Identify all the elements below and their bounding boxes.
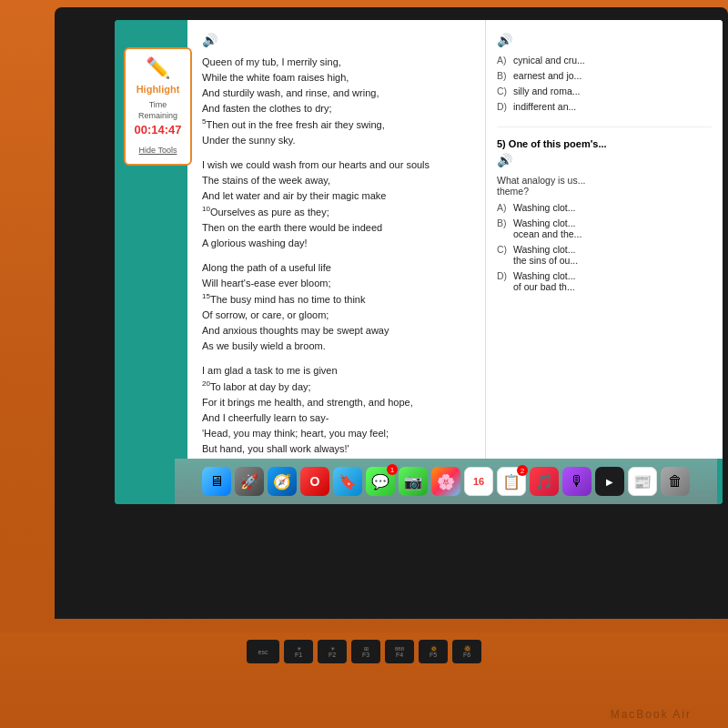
- screen: ✏️ Highlight TimeRemaining 00:14:47 Hide…: [115, 20, 723, 504]
- q5-answer-D[interactable]: D) Washing clot...of our bad th...: [497, 270, 712, 292]
- dock-podcasts[interactable]: 🎙: [562, 467, 592, 496]
- macbook-label: MacBook Air: [611, 708, 692, 721]
- audio-icon-poem[interactable]: 🔊: [202, 33, 470, 47]
- question-5: 5) One of this poem's... 🔊 What analogy …: [497, 126, 712, 292]
- answer-B[interactable]: B) earnest and jo...: [497, 70, 712, 81]
- dock-safari[interactable]: 🧭: [268, 467, 297, 496]
- poem-pane: 🔊 Queen of my tub, I merrily sing, While…: [187, 20, 486, 459]
- dock-music[interactable]: 🎵: [530, 467, 559, 496]
- time-remaining-label: TimeRemaining: [131, 100, 185, 121]
- stanza-3: Along the path of a useful life Will hea…: [202, 260, 470, 354]
- key-esc[interactable]: esc: [247, 640, 279, 663]
- highlight-icon: ✏️: [131, 56, 185, 80]
- q5-answer-C[interactable]: C) Washing clot...the sins of ou...: [497, 244, 712, 266]
- highlight-label[interactable]: Highlight: [131, 84, 185, 95]
- reminders-badge: 2: [517, 465, 528, 476]
- dock-app1[interactable]: 🔖: [333, 467, 362, 496]
- q5-answer-A[interactable]: A) Washing clot...: [497, 202, 712, 213]
- dock-photos[interactable]: 🌸: [431, 467, 460, 496]
- key-f6[interactable]: 🔆F6: [452, 640, 481, 663]
- dock-finder[interactable]: 🖥: [202, 467, 231, 496]
- messages-badge: 1: [387, 464, 398, 475]
- answer-D[interactable]: D) indifferent an...: [497, 101, 712, 112]
- hide-tools-button[interactable]: Hide Tools: [139, 146, 177, 155]
- key-f5[interactable]: 🔅F5: [419, 640, 448, 663]
- key-f3[interactable]: ⊞F3: [351, 640, 380, 663]
- timer-display: 00:14:47: [131, 123, 185, 136]
- key-f4[interactable]: 888F4: [385, 640, 414, 663]
- screen-bezel: ✏️ Highlight TimeRemaining 00:14:47 Hide…: [55, 7, 728, 619]
- dock-appletv[interactable]: ▶: [595, 467, 624, 496]
- dock-launchpad[interactable]: 🚀: [235, 467, 264, 496]
- dock-calendar[interactable]: 16: [464, 467, 493, 496]
- toolbar-widget: ✏️ Highlight TimeRemaining 00:14:47 Hide…: [124, 47, 192, 166]
- dock-opera[interactable]: O: [300, 467, 329, 496]
- laptop-body: ✏️ Highlight TimeRemaining 00:14:47 Hide…: [0, 0, 728, 728]
- dock: 🖥 🚀 🧭 O 🔖 💬 1: [175, 459, 717, 504]
- main-window: 🔊 Queen of my tub, I merrily sing, While…: [187, 20, 723, 459]
- dock-news[interactable]: 📰: [628, 467, 657, 496]
- stanza-1: Queen of my tub, I merrily sing, While t…: [202, 55, 470, 148]
- audio-icon-questions[interactable]: 🔊: [497, 33, 712, 47]
- stanza-4: I am glad a task to me is given 20To lab…: [202, 363, 470, 457]
- dock-facetime[interactable]: 📷: [399, 467, 428, 496]
- question-5-sub: What analogy is us...theme?: [497, 175, 712, 197]
- q5-answer-B[interactable]: B) Washing clot...ocean and the...: [497, 217, 712, 239]
- key-f1[interactable]: ☀F1: [284, 640, 313, 663]
- answer-C[interactable]: C) silly and roma...: [497, 86, 712, 96]
- stanza-2: I wish we could wash from our hearts and…: [202, 157, 470, 251]
- answer-A[interactable]: A) cynical and cru...: [497, 55, 712, 66]
- dock-trash[interactable]: 🗑: [661, 467, 690, 496]
- question-5-label: 5) One of this poem's...: [497, 138, 712, 149]
- key-f2[interactable]: ☀F2: [318, 640, 347, 663]
- keyboard-top-row: esc ☀F1 ☀F2 ⊞F3 888F4 🔅F5 🔆F6: [0, 640, 728, 663]
- desktop: ✏️ Highlight TimeRemaining 00:14:47 Hide…: [115, 20, 723, 504]
- questions-pane: 🔊 A) cynical and cru... B) earnest and j…: [486, 20, 723, 459]
- question-4-options: A) cynical and cru... B) earnest and jo.…: [497, 55, 712, 112]
- audio-icon-q5[interactable]: 🔊: [497, 153, 712, 167]
- dock-reminders[interactable]: 📋 2: [497, 467, 526, 496]
- poem-text: Queen of my tub, I merrily sing, While t…: [202, 55, 470, 457]
- dock-messages[interactable]: 💬 1: [366, 467, 395, 496]
